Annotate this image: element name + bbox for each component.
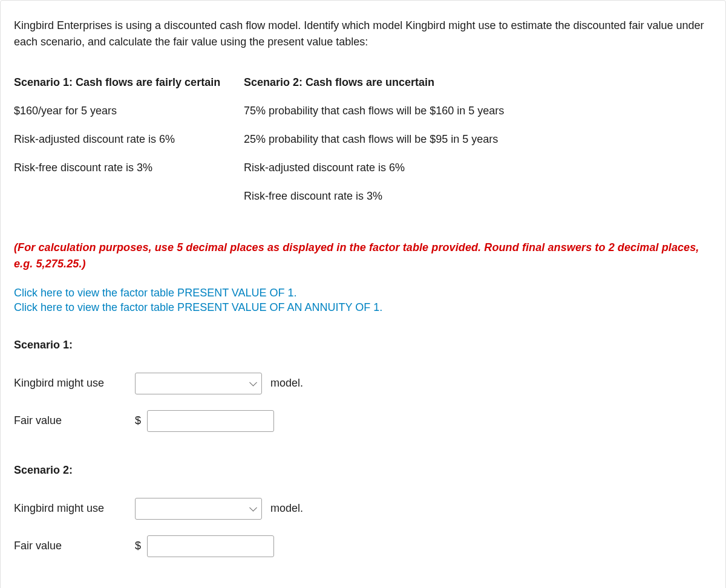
scenario2-might-use-label: Kingbird might use: [14, 500, 135, 517]
scenario1-header: Scenario 1: Cash flows are fairly certai…: [14, 68, 244, 97]
link-present-value-of-annuity-of-1[interactable]: Click here to view the factor table PRES…: [14, 300, 712, 315]
scenario1-model-select[interactable]: [135, 373, 262, 394]
question-intro: Kingbird Enterprises is using a discount…: [14, 18, 712, 50]
scenario1-row2: Risk-adjusted discount rate is 6%: [14, 125, 244, 154]
scenario2-model-suffix: model.: [270, 500, 303, 517]
scenario1-fair-value-label: Fair value: [14, 413, 135, 429]
scenario2-header: Scenario 2: Cash flows are uncertain: [244, 68, 522, 97]
scenario2-fair-value-input[interactable]: [147, 535, 274, 557]
scenario1-row3: Risk-free discount rate is 3%: [14, 154, 244, 182]
scenario1-label: Scenario 1:: [14, 337, 712, 353]
currency-symbol: $: [135, 413, 147, 429]
scenario-table: Scenario 1: Cash flows are fairly certai…: [14, 68, 522, 211]
scenario1-row4: [14, 182, 244, 211]
scenario2-row4: Risk-free discount rate is 3%: [244, 182, 522, 211]
scenario2-row1: 75% probability that cash flows will be …: [244, 97, 522, 125]
scenario1-model-suffix: model.: [270, 375, 303, 391]
scenario2-answer-block: Scenario 2: Kingbird might use model. Fa…: [14, 462, 712, 557]
scenario2-fair-value-label: Fair value: [14, 538, 135, 554]
calculation-instruction: (For calculation purposes, use 5 decimal…: [14, 240, 712, 272]
scenario1-answer-block: Scenario 1: Kingbird might use model. Fa…: [14, 337, 712, 432]
scenario1-fair-value-input[interactable]: [147, 410, 274, 432]
scenario2-label: Scenario 2:: [14, 462, 712, 479]
scenario1-model-row: Kingbird might use model.: [14, 373, 712, 394]
scenario2-model-row: Kingbird might use model.: [14, 498, 712, 520]
factor-table-links: Click here to view the factor table PRES…: [14, 286, 712, 315]
scenario2-row2: 25% probability that cash flows will be …: [244, 125, 522, 154]
scenario2-fair-value-row: Fair value $: [14, 535, 712, 557]
scenario2-model-select[interactable]: [135, 498, 262, 520]
scenario1-fair-value-row: Fair value $: [14, 410, 712, 432]
currency-symbol: $: [135, 538, 147, 554]
link-present-value-of-1[interactable]: Click here to view the factor table PRES…: [14, 286, 712, 300]
question-card: Kingbird Enterprises is using a discount…: [0, 0, 726, 588]
scenario2-row3: Risk-adjusted discount rate is 6%: [244, 154, 522, 182]
scenario1-might-use-label: Kingbird might use: [14, 375, 135, 391]
scenario1-row1: $160/year for 5 years: [14, 97, 244, 125]
